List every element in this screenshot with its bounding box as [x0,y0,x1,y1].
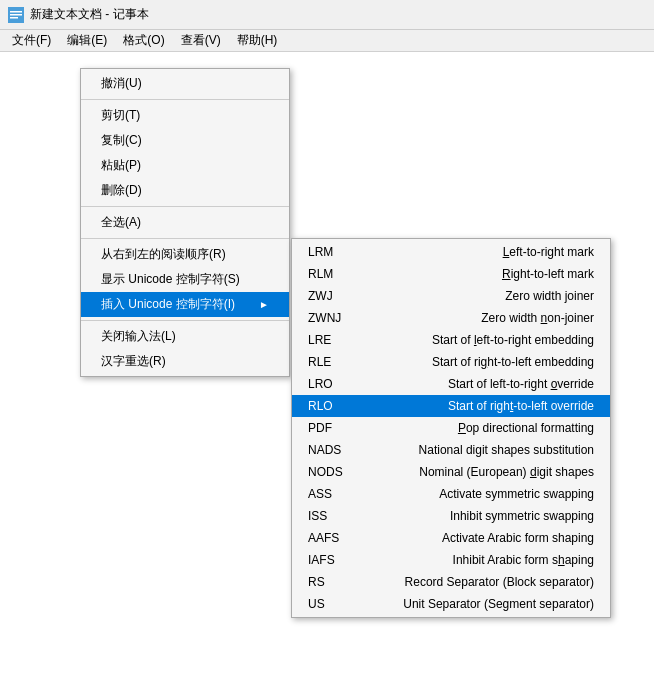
svg-rect-2 [10,14,22,16]
submenu-rlm-code: RLM [308,267,358,281]
menu-file[interactable]: 文件(F) [4,30,59,51]
menu-view[interactable]: 查看(V) [173,30,229,51]
submenu-pdf-desc: Pop directional formatting [458,421,594,435]
submenu-ass[interactable]: ASS Activate symmetric swapping [292,483,610,505]
ctx-insert-unicode[interactable]: 插入 Unicode 控制字符(I) ► [81,292,289,317]
ctx-cut[interactable]: 剪切(T) [81,103,289,128]
submenu-rs[interactable]: RS Record Separator (Block separator) [292,571,610,593]
submenu-lre-code: LRE [308,333,358,347]
submenu-iss[interactable]: ISS Inhibit symmetric swapping [292,505,610,527]
submenu-rlm-desc: Right-to-left mark [502,267,594,281]
ctx-separator-2 [81,206,289,207]
submenu-iss-desc: Inhibit symmetric swapping [450,509,594,523]
submenu-lrm-code: LRM [308,245,358,259]
context-menu: 撤消(U) 剪切(T) 复制(C) 粘贴(P) 删除(D) 全选(A) 从右到左… [80,68,290,377]
ctx-reselect-kanji[interactable]: 汉字重选(R) [81,349,289,374]
svg-rect-3 [10,17,18,19]
submenu-zwj-code: ZWJ [308,289,358,303]
ctx-delete[interactable]: 删除(D) [81,178,289,203]
ctx-undo[interactable]: 撤消(U) [81,71,289,96]
window-title: 新建文本文档 - 记事本 [30,6,149,23]
submenu-nads-desc: National digit shapes substitution [419,443,594,457]
menu-help[interactable]: 帮助(H) [229,30,286,51]
ctx-paste[interactable]: 粘贴(P) [81,153,289,178]
submenu-rlo-code: RLO [308,399,358,413]
submenu-zwnj-code: ZWNJ [308,311,358,325]
submenu-rlm[interactable]: RLM Right-to-left mark [292,263,610,285]
ctx-select-all[interactable]: 全选(A) [81,210,289,235]
submenu-aafs-code: AAFS [308,531,358,545]
submenu-lre-desc: Start of left-to-right embedding [432,333,594,347]
submenu-rlo[interactable]: RLO Start of right-to-left override [292,395,610,417]
submenu-zwnj-desc: Zero width non-joiner [481,311,594,325]
menu-edit[interactable]: 编辑(E) [59,30,115,51]
submenu-zwnj[interactable]: ZWNJ Zero width non-joiner [292,307,610,329]
submenu-lro[interactable]: LRO Start of left-to-right override [292,373,610,395]
submenu-rle-code: RLE [308,355,358,369]
submenu-aafs-desc: Activate Arabic form shaping [442,531,594,545]
ctx-separator-3 [81,238,289,239]
submenu-rle[interactable]: RLE Start of right-to-left embedding [292,351,610,373]
menu-format[interactable]: 格式(O) [115,30,172,51]
submenu-lro-code: LRO [308,377,358,391]
submenu-rs-desc: Record Separator (Block separator) [405,575,594,589]
submenu-nods-code: NODS [308,465,358,479]
submenu-ass-code: ASS [308,487,358,501]
submenu-us-code: US [308,597,358,611]
submenu-arrow-icon: ► [259,299,269,310]
app-icon [8,7,24,23]
submenu-nods[interactable]: NODS Nominal (European) digit shapes [292,461,610,483]
ctx-separator-4 [81,320,289,321]
title-bar: 新建文本文档 - 记事本 [0,0,654,30]
submenu-rle-desc: Start of right-to-left embedding [432,355,594,369]
submenu-nads-code: NADS [308,443,358,457]
ctx-separator-1 [81,99,289,100]
menu-bar: 文件(F) 编辑(E) 格式(O) 查看(V) 帮助(H) [0,30,654,52]
submenu-iafs-desc: Inhibit Arabic form shaping [453,553,594,567]
submenu-pdf[interactable]: PDF Pop directional formatting [292,417,610,439]
submenu-iafs-code: IAFS [308,553,358,567]
submenu-aafs[interactable]: AAFS Activate Arabic form shaping [292,527,610,549]
unicode-submenu: LRM Left-to-right mark RLM Right-to-left… [291,238,611,618]
ctx-copy[interactable]: 复制(C) [81,128,289,153]
submenu-us-desc: Unit Separator (Segment separator) [403,597,594,611]
ctx-rtl-reading[interactable]: 从右到左的阅读顺序(R) [81,242,289,267]
submenu-lro-desc: Start of left-to-right override [448,377,594,391]
submenu-lrm[interactable]: LRM Left-to-right mark [292,241,610,263]
submenu-zwj-desc: Zero width joiner [505,289,594,303]
submenu-iafs[interactable]: IAFS Inhibit Arabic form shaping [292,549,610,571]
submenu-lrm-desc: Left-to-right mark [503,245,594,259]
submenu-pdf-code: PDF [308,421,358,435]
ctx-close-ime[interactable]: 关闭输入法(L) [81,324,289,349]
submenu-nads[interactable]: NADS National digit shapes substitution [292,439,610,461]
submenu-zwj[interactable]: ZWJ Zero width joiner [292,285,610,307]
submenu-ass-desc: Activate symmetric swapping [439,487,594,501]
ctx-show-unicode[interactable]: 显示 Unicode 控制字符(S) [81,267,289,292]
submenu-lre[interactable]: LRE Start of left-to-right embedding [292,329,610,351]
submenu-nods-desc: Nominal (European) digit shapes [419,465,594,479]
submenu-iss-code: ISS [308,509,358,523]
submenu-us[interactable]: US Unit Separator (Segment separator) [292,593,610,615]
submenu-rs-code: RS [308,575,358,589]
svg-rect-1 [10,11,22,13]
submenu-rlo-desc: Start of right-to-left override [448,399,594,413]
